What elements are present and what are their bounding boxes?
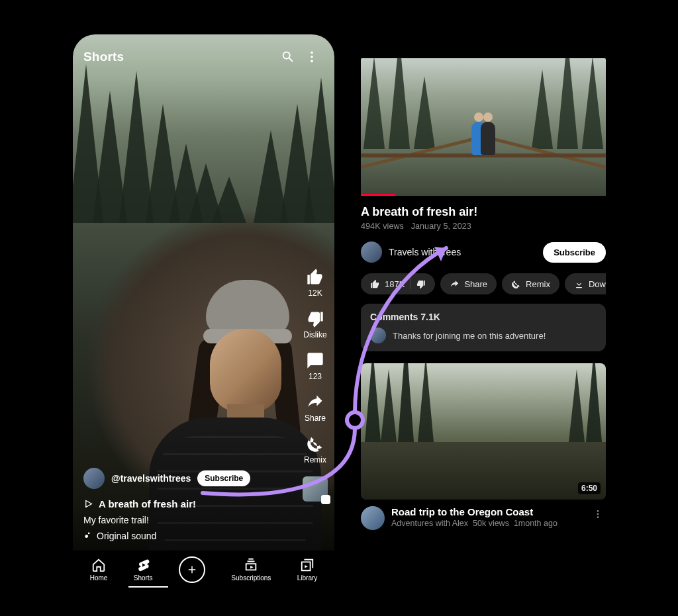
progress-bar[interactable] bbox=[361, 194, 395, 196]
svg-marker-3 bbox=[86, 501, 92, 507]
channel-avatar[interactable] bbox=[83, 468, 105, 489]
subscribe-button[interactable]: Subscribe bbox=[543, 242, 606, 263]
watch-page: A breath of fresh air! 494K views Januar… bbox=[361, 58, 606, 530]
share-label: Share bbox=[305, 414, 326, 423]
recommended-video: 6:50 Road trip to the Oregon Coast Adven… bbox=[361, 363, 606, 530]
svg-point-4 bbox=[597, 510, 599, 512]
video-stats: 494K views January 5, 2023 bbox=[361, 222, 606, 231]
comments-section[interactable]: Comments 7.1K Thanks for joining me on t… bbox=[361, 304, 606, 351]
svg-point-6 bbox=[597, 516, 599, 518]
rec-thumbnail[interactable]: 6:50 bbox=[361, 363, 606, 500]
commenter-avatar bbox=[370, 328, 386, 343]
svg-point-5 bbox=[597, 513, 599, 515]
nav-shorts[interactable]: Shorts bbox=[134, 558, 153, 582]
linked-video-title[interactable]: A breath of fresh air! bbox=[83, 498, 288, 509]
shorts-player: Shorts 12K Dislike 123 Share Remix bbox=[73, 34, 334, 588]
like-count: 12K bbox=[308, 288, 322, 298]
sound-attribution[interactable]: Original sound bbox=[83, 531, 288, 541]
nav-subscriptions[interactable]: Subscriptions bbox=[231, 558, 271, 582]
download-chip[interactable]: Down bbox=[565, 273, 606, 294]
shorts-header: Shorts bbox=[83, 50, 124, 64]
subscribe-button[interactable]: Subscribe bbox=[197, 470, 250, 486]
caption: My favorite trail! bbox=[83, 515, 288, 525]
top-comment: Thanks for joining me on this adventure! bbox=[393, 331, 546, 341]
nav-library[interactable]: Library bbox=[297, 558, 318, 582]
comments-button[interactable]: 123 bbox=[306, 351, 324, 381]
svg-point-0 bbox=[311, 52, 313, 54]
sound-thumbnail[interactable] bbox=[303, 476, 328, 502]
remix-label: Remix bbox=[304, 455, 326, 464]
action-rail: 12K Dislike 123 Share Remix bbox=[303, 268, 328, 502]
remix-button[interactable]: Remix bbox=[304, 435, 326, 464]
channel-name[interactable]: Travels with trees bbox=[389, 247, 536, 257]
channel-handle[interactable]: @travelswithtrees bbox=[111, 473, 191, 484]
nav-home[interactable]: Home bbox=[90, 558, 108, 582]
video-player[interactable] bbox=[361, 58, 606, 196]
share-chip[interactable]: Share bbox=[440, 273, 497, 294]
nav-create[interactable] bbox=[179, 556, 205, 583]
comments-heading: Comments 7.1K bbox=[370, 312, 597, 322]
share-button[interactable]: Share bbox=[305, 393, 326, 423]
dislike-label: Dislike bbox=[303, 330, 326, 339]
dislike-button[interactable]: Dislike bbox=[303, 310, 326, 339]
channel-avatar[interactable] bbox=[361, 242, 382, 263]
search-icon[interactable] bbox=[276, 45, 300, 69]
like-chip[interactable]: 187K bbox=[361, 273, 435, 294]
video-title: A breath of fresh air! bbox=[361, 205, 606, 219]
action-chips: 187K Share Remix Down bbox=[361, 273, 606, 294]
rec-channel-avatar[interactable] bbox=[361, 506, 385, 530]
bottom-nav: Home Shorts Subscriptions Library bbox=[73, 550, 334, 588]
svg-point-2 bbox=[311, 60, 313, 63]
svg-point-1 bbox=[311, 56, 313, 58]
rec-subline: Adventures with Alex 50k views 1month ag… bbox=[391, 519, 583, 528]
more-icon[interactable] bbox=[590, 506, 606, 525]
remix-chip[interactable]: Remix bbox=[502, 273, 559, 294]
duration-badge: 6:50 bbox=[578, 482, 601, 494]
more-icon[interactable] bbox=[300, 45, 324, 69]
rec-title[interactable]: Road trip to the Oregon Coast bbox=[391, 506, 583, 517]
comment-count: 123 bbox=[309, 372, 322, 381]
like-button[interactable]: 12K bbox=[306, 268, 324, 298]
